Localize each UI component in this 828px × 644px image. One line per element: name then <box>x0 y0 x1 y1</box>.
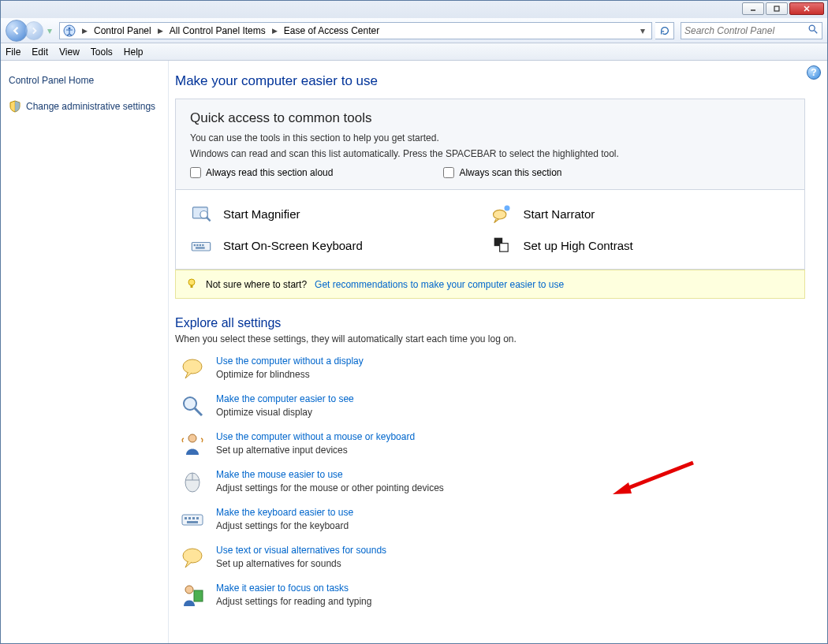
svg-rect-14 <box>194 244 196 246</box>
svg-point-26 <box>188 434 196 442</box>
breadcrumb-control-panel[interactable]: Control Panel <box>94 25 151 36</box>
setting-focus-tasks-desc: Adjust settings for reading and typing <box>216 596 371 607</box>
svg-rect-38 <box>194 590 203 601</box>
hint-lead: Not sure where to start? <box>206 279 307 290</box>
svg-line-10 <box>207 218 211 221</box>
svg-rect-1 <box>774 6 779 11</box>
keyboard-icon <box>180 507 205 532</box>
magnifier-icon <box>190 204 212 223</box>
setting-keyboard-easier-link[interactable]: Make the keyboard easier to use <box>216 507 353 518</box>
forward-button[interactable] <box>24 21 43 40</box>
speech-bubble-icon <box>180 356 205 381</box>
explore-heading: Explore all settings <box>175 316 805 330</box>
setting-keyboard-easier-desc: Adjust settings for the keyboard <box>216 520 353 531</box>
svg-line-25 <box>195 408 202 415</box>
page-title: Make your computer easier to use <box>175 73 805 89</box>
address-dropdown[interactable]: ▾ <box>637 25 648 36</box>
setting-easier-to-see-desc: Optimize visual display <box>216 407 354 418</box>
window: ▾ ▶ Control Panel ▶ All Control Panel It… <box>0 0 828 644</box>
setting-without-mouse-keyboard-link[interactable]: Use the computer without a mouse or keyb… <box>216 431 415 442</box>
check-scan-section-input[interactable] <box>443 167 454 178</box>
svg-rect-30 <box>182 515 203 525</box>
svg-point-11 <box>493 210 505 219</box>
quick-access-line1: You can use the tools in this section to… <box>190 132 790 143</box>
maximize-button[interactable] <box>766 2 788 15</box>
close-button[interactable] <box>789 2 824 15</box>
menu-help[interactable]: Help <box>124 47 144 58</box>
check-read-aloud-input[interactable] <box>190 167 201 178</box>
tool-osk-label: Start On-Screen Keyboard <box>223 239 363 252</box>
check-read-aloud-label: Always read this section aloud <box>206 167 333 178</box>
keyboard-icon <box>190 236 212 255</box>
setting-sound-alternatives-desc: Set up alternatives for sounds <box>216 558 386 569</box>
nav-buttons: ▾ <box>6 20 56 42</box>
menu-view[interactable]: View <box>59 47 80 58</box>
svg-rect-34 <box>196 517 199 519</box>
svg-point-24 <box>184 397 196 410</box>
history-dropdown[interactable]: ▾ <box>43 20 56 42</box>
svg-rect-31 <box>185 517 187 519</box>
person-reading-icon <box>180 583 205 608</box>
svg-point-37 <box>185 586 193 594</box>
svg-point-6 <box>809 25 815 31</box>
setting-focus-tasks: Make it easier to focus on tasks Adjust … <box>180 583 805 608</box>
setting-easier-to-see-link[interactable]: Make the computer easier to see <box>216 393 354 404</box>
check-scan-section[interactable]: Always scan this section <box>443 167 561 178</box>
navbar: ▾ ▶ Control Panel ▶ All Control Panel It… <box>1 18 827 43</box>
address-bar[interactable]: ▶ Control Panel ▶ All Control Panel Item… <box>59 22 652 39</box>
setting-without-display-desc: Optimize for blindness <box>216 369 364 380</box>
tool-contrast[interactable]: Set up High Contrast <box>490 236 791 255</box>
tool-narrator[interactable]: Start Narrator <box>490 204 791 223</box>
menu-file[interactable]: File <box>6 47 21 58</box>
svg-rect-22 <box>191 285 193 288</box>
setting-mouse-easier-desc: Adjust settings for the mouse or other p… <box>216 482 444 493</box>
tool-contrast-label: Set up High Contrast <box>524 239 633 252</box>
svg-point-23 <box>183 359 202 374</box>
setting-focus-tasks-link[interactable]: Make it easier to focus on tasks <box>216 583 349 594</box>
narrator-icon <box>490 204 513 223</box>
chevron-right-icon: ▶ <box>155 27 166 35</box>
check-read-aloud[interactable]: Always read this section aloud <box>190 167 333 178</box>
lightbulb-icon <box>185 277 198 292</box>
tool-narrator-label: Start Narrator <box>524 207 595 221</box>
tool-magnifier[interactable]: Start Magnifier <box>190 204 490 223</box>
explore-desc: When you select these settings, they wil… <box>175 333 805 344</box>
sidebar-admin-link[interactable]: Change administrative settings <box>9 100 160 113</box>
refresh-button[interactable] <box>655 22 674 39</box>
titlebar <box>1 1 827 18</box>
tools-panel: Start Magnifier Start Narrator Start On-… <box>175 190 805 270</box>
magnifying-glass-icon <box>180 393 205 419</box>
svg-rect-16 <box>200 244 201 246</box>
help-button[interactable]: ? <box>807 65 821 80</box>
quick-access-heading: Quick access to common tools <box>190 110 790 126</box>
setting-sound-alternatives-link[interactable]: Use text or visual alternatives for soun… <box>216 545 386 556</box>
minimize-button[interactable] <box>742 2 764 15</box>
check-scan-section-label: Always scan this section <box>459 167 561 178</box>
svg-point-9 <box>200 211 207 218</box>
breadcrumb-all-items[interactable]: All Control Panel Items <box>170 25 266 36</box>
body: Control Panel Home Change administrative… <box>1 61 827 643</box>
setting-without-display: Use the computer without a display Optim… <box>180 356 805 381</box>
search-icon <box>807 24 819 37</box>
svg-rect-15 <box>196 244 198 246</box>
setting-sound-alternatives: Use text or visual alternatives for soun… <box>180 545 805 570</box>
breadcrumb-ease-of-access[interactable]: Ease of Access Center <box>284 25 379 36</box>
menu-tools[interactable]: Tools <box>91 47 113 58</box>
setting-mouse-easier-link[interactable]: Make the mouse easier to use <box>216 469 343 480</box>
svg-rect-33 <box>192 517 195 519</box>
sidebar: Control Panel Home Change administrative… <box>1 61 168 643</box>
chevron-right-icon: ▶ <box>269 27 281 35</box>
hint-link[interactable]: Get recommendations to make your compute… <box>315 279 564 290</box>
menubar: File Edit View Tools Help <box>1 43 827 61</box>
svg-point-5 <box>69 27 71 29</box>
search-input[interactable] <box>684 25 807 36</box>
setting-without-display-link[interactable]: Use the computer without a display <box>216 356 364 367</box>
quick-access-line2: Windows can read and scan this list auto… <box>190 148 790 159</box>
svg-rect-32 <box>188 517 191 519</box>
search-box[interactable] <box>681 22 822 39</box>
svg-point-36 <box>183 549 202 563</box>
svg-rect-17 <box>202 244 203 246</box>
menu-edit[interactable]: Edit <box>32 47 48 58</box>
tool-osk[interactable]: Start On-Screen Keyboard <box>190 236 490 255</box>
sidebar-home-link[interactable]: Control Panel Home <box>9 75 160 86</box>
